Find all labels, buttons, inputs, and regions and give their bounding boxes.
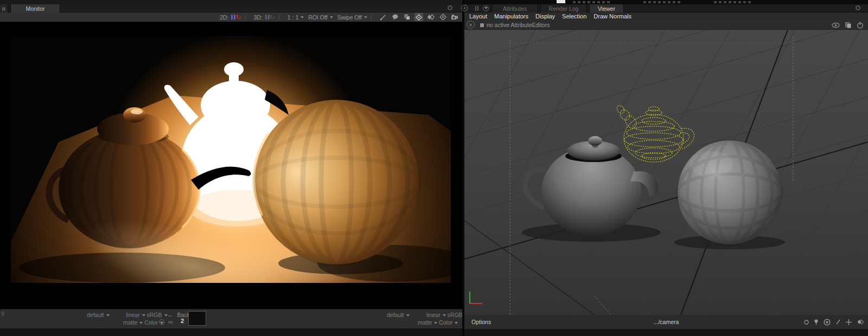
clipped-field [557, 0, 565, 3]
monitor-tab-bar: n Monitor [0, 4, 462, 12]
pin-icon[interactable] [814, 319, 818, 325]
camera-icon[interactable] [450, 13, 459, 21]
infinity-icon[interactable]: ∞ [168, 318, 173, 326]
edge-label: 9 [1, 311, 4, 317]
menu-selection[interactable]: Selection [562, 13, 586, 20]
layer-dropdown[interactable]: default [87, 312, 110, 318]
swatch-icon [480, 23, 484, 27]
refresh-2d-icon[interactable]: ↻ [235, 14, 241, 21]
close-icon[interactable]: × [461, 5, 468, 11]
footer-strip [464, 329, 868, 336]
tab-attributes[interactable]: Attributes [492, 4, 538, 12]
attribute-editor-row: × no active AttributeEditors [464, 20, 868, 30]
target-diamond-icon[interactable] [438, 13, 447, 21]
shaded-sphere [678, 140, 782, 244]
close-attribute-icon[interactable]: × [467, 21, 475, 29]
back-button[interactable]: ↔ Back [167, 312, 190, 318]
clipped-top-strip [464, 0, 868, 4]
render-viewport[interactable] [0, 22, 462, 309]
footer-strip [0, 328, 462, 336]
swipe-dropdown[interactable]: Swipe Off [337, 14, 367, 21]
menu-display[interactable]: Display [535, 13, 555, 20]
menu-draw-normals[interactable]: Draw Normals [593, 13, 631, 20]
tab-monitor[interactable]: Monitor [10, 4, 60, 12]
matte-dropdown-right[interactable]: matte Color [418, 319, 458, 326]
viewer-panel: × Attributes Render Log Viewer Layout Ma… [464, 0, 868, 336]
drag-grip-icon[interactable] [475, 6, 478, 11]
viewer-menubar: Layout Manipulators Display Selection Dr… [464, 12, 868, 20]
attribute-status: no active AttributeEditors [487, 22, 550, 28]
matte-dropdown[interactable]: matte Color [123, 319, 163, 326]
tab-partial[interactable]: n [0, 4, 8, 12]
move-cross-icon[interactable] [846, 319, 852, 325]
back-arrow-icon: ↔ [167, 312, 173, 318]
pause-2d-icon[interactable] [231, 15, 233, 20]
viewer-tab-bar: × Attributes Render Log Viewer [464, 4, 868, 12]
gear-icon[interactable] [856, 5, 860, 10]
monitor-panel: n Monitor 2D: ↻ 3D: ↻ 1 : 1 ROI Off Swip… [0, 0, 462, 336]
menu-layout[interactable]: Layout [469, 13, 487, 20]
viewer-status-bar: Options .../camera [464, 315, 868, 329]
gear-icon[interactable] [448, 5, 452, 10]
monitor-toolbar: 2D: ↻ 3D: ↻ 1 : 1 ROI Off Swipe Off [0, 12, 462, 22]
monitor-bottom-bar: 9 default linear sRGB matte Color ↔ Back… [0, 309, 462, 328]
frame-count: 2 [181, 318, 184, 324]
power-icon[interactable] [857, 22, 864, 29]
application-window: n Monitor 2D: ↻ 3D: ↻ 1 : 1 ROI Off Swip… [0, 0, 868, 336]
menu-manipulators[interactable]: Manipulators [494, 13, 528, 20]
comment-icon[interactable] [391, 13, 399, 21]
layers-icon[interactable] [403, 13, 411, 21]
frame-input[interactable] [188, 311, 206, 326]
rendered-image [11, 36, 451, 283]
sync-3d-label: 3D: [253, 14, 262, 21]
double-diamond-icon[interactable] [857, 319, 864, 325]
colorspace-dropdown[interactable]: linear sRGB [126, 312, 168, 318]
toolbar-divider [371, 14, 372, 21]
zoom-ratio-dropdown[interactable]: 1 : 1 [288, 14, 304, 21]
pick-tool-icon[interactable] [414, 13, 423, 21]
pause-3d-icon[interactable] [265, 15, 267, 20]
toolbar-divider [245, 14, 245, 21]
toolbar-divider [279, 14, 279, 21]
pencil-icon[interactable] [379, 13, 387, 21]
clear-icon[interactable]: × [159, 319, 164, 325]
double-diamond-icon[interactable] [426, 13, 435, 21]
3d-viewport[interactable] [464, 30, 868, 315]
refresh-3d-icon[interactable]: ↻ [270, 14, 275, 21]
slash-icon[interactable] [836, 319, 840, 325]
tab-render-log[interactable]: Render Log [540, 4, 587, 12]
top-strip [0, 0, 462, 4]
sync-2d-label: 2D: [220, 14, 228, 21]
circle-icon[interactable] [804, 320, 809, 325]
tab-viewer[interactable]: Viewer [589, 4, 624, 12]
pages-icon[interactable] [845, 22, 852, 29]
eye-icon[interactable] [832, 22, 840, 28]
roi-dropdown[interactable]: ROI Off [308, 14, 333, 21]
layer-dropdown-right[interactable]: default [387, 312, 410, 318]
record-target-icon[interactable] [824, 319, 831, 326]
dock-menu-icon[interactable] [483, 5, 489, 11]
